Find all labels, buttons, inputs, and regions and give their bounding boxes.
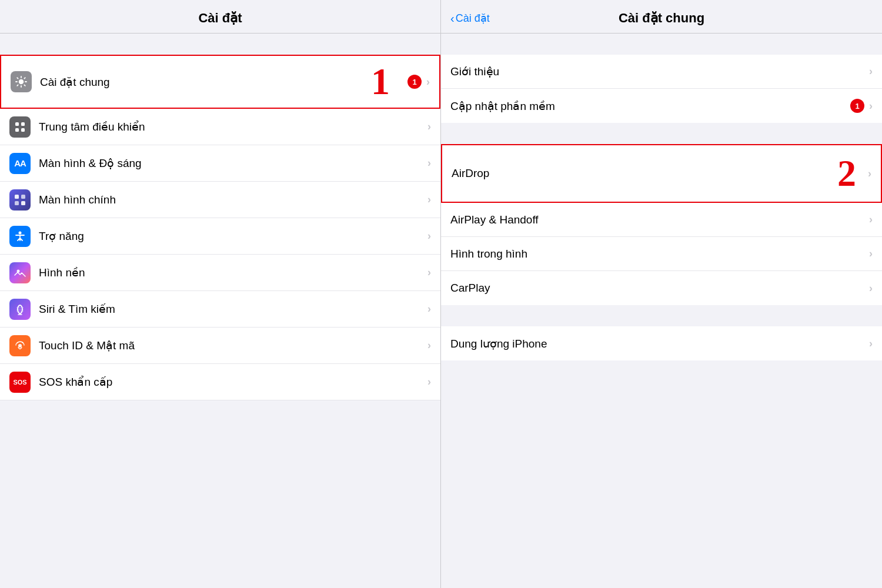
settings-item-display[interactable]: AA Màn hình & Độ sáng ›: [0, 145, 440, 182]
right-item-airdrop[interactable]: AirDrop 2 ›: [441, 144, 882, 203]
display-icon: AA: [9, 153, 31, 174]
siri-icon: [9, 299, 31, 320]
svg-point-0: [19, 80, 24, 84]
software-update-badge: 1: [850, 99, 864, 113]
step-label-1: 1: [371, 63, 390, 101]
svg-rect-5: [15, 195, 19, 199]
settings-item-siri[interactable]: Siri & Tìm kiếm ›: [0, 291, 440, 328]
storage-chevron: ›: [869, 338, 873, 350]
settings-item-sos[interactable]: SOS SOS khẩn cấp ›: [0, 364, 440, 400]
settings-item-control-center[interactable]: Trung tâm điều khiển ›: [0, 109, 440, 145]
siri-label: Siri & Tìm kiếm: [39, 302, 427, 316]
settings-item-wallpaper[interactable]: Hình nền ›: [0, 255, 440, 291]
wallpaper-chevron: ›: [427, 266, 431, 279]
right-item-carplay[interactable]: CarPlay ›: [441, 271, 882, 305]
svg-rect-6: [21, 195, 25, 199]
right-group-spacer-1: [441, 34, 882, 55]
general-chevron: ›: [426, 76, 430, 88]
right-panel-header: ‹ Cài đặt Cài đặt chung: [441, 0, 882, 34]
settings-item-general[interactable]: Cài đặt chung 1 1 ›: [0, 55, 440, 109]
airplay-label: AirPlay & Handoff: [450, 213, 869, 226]
airplay-chevron: ›: [869, 213, 873, 226]
airdrop-chevron: ›: [868, 168, 871, 180]
back-chevron-icon: ‹: [450, 12, 455, 25]
storage-label: Dung lượng iPhone: [450, 337, 869, 350]
control-center-icon: [9, 116, 31, 138]
about-chevron: ›: [869, 65, 873, 78]
left-settings-list: Cài đặt chung 1 1 › Trung tâm điều khiển…: [0, 55, 440, 588]
display-label: Màn hình & Độ sáng: [39, 156, 427, 170]
svg-rect-7: [15, 201, 19, 205]
software-update-chevron: ›: [869, 100, 873, 112]
control-center-label: Trung tâm điều khiển: [39, 120, 427, 133]
pip-label: Hình trong hình: [450, 248, 869, 260]
settings-item-home-screen[interactable]: Màn hình chính ›: [0, 182, 440, 218]
software-update-label: Cập nhật phần mềm: [450, 99, 850, 113]
about-label: Giới thiệu: [450, 65, 869, 78]
right-group-gap-2: [441, 123, 882, 144]
general-icon: [11, 71, 32, 92]
svg-rect-1: [15, 122, 19, 126]
right-item-storage[interactable]: Dung lượng iPhone ›: [441, 326, 882, 360]
svg-point-9: [19, 231, 22, 234]
control-center-chevron: ›: [427, 121, 431, 133]
right-panel: ‹ Cài đặt Cài đặt chung Giới thiệu › Cập…: [441, 0, 882, 588]
accessibility-icon: [9, 226, 31, 247]
right-group-2: AirDrop 2 › AirPlay & Handoff › Hình tro…: [441, 144, 882, 305]
settings-item-touch-id[interactable]: Touch ID & Mật mã ›: [0, 328, 440, 364]
touch-id-chevron: ›: [427, 339, 431, 352]
back-label: Cài đặt: [456, 12, 490, 25]
general-label: Cài đặt chung: [40, 75, 371, 89]
back-button[interactable]: ‹ Cài đặt: [450, 12, 490, 25]
right-panel-title: Cài đặt chung: [619, 11, 704, 26]
siri-chevron: ›: [427, 303, 431, 315]
settings-item-accessibility[interactable]: Trợ năng ›: [0, 218, 440, 255]
svg-rect-2: [21, 122, 25, 126]
home-screen-label: Màn hình chính: [39, 193, 427, 206]
svg-rect-4: [21, 128, 25, 132]
right-group-1: Giới thiệu › Cập nhật phần mềm 1 ›: [441, 55, 882, 123]
sos-icon: SOS: [9, 372, 31, 393]
sos-label: SOS khẩn cấp: [39, 375, 427, 389]
left-panel-header: Cài đặt: [0, 0, 440, 34]
pip-chevron: ›: [869, 248, 873, 260]
wallpaper-icon: [9, 262, 31, 283]
left-group-spacer: [0, 34, 440, 55]
carplay-label: CarPlay: [450, 282, 869, 295]
accessibility-label: Trợ năng: [39, 229, 427, 243]
right-group-3: Dung lượng iPhone ›: [441, 326, 882, 360]
home-screen-chevron: ›: [427, 193, 431, 206]
carplay-chevron: ›: [869, 282, 873, 295]
wallpaper-label: Hình nền: [39, 266, 427, 279]
right-item-pip[interactable]: Hình trong hình ›: [441, 237, 882, 271]
home-screen-icon: [9, 189, 31, 211]
right-group-gap-3: [441, 305, 882, 326]
general-badge: 1: [407, 75, 422, 89]
svg-rect-3: [15, 128, 19, 132]
svg-rect-8: [21, 201, 25, 205]
right-item-about[interactable]: Giới thiệu ›: [441, 55, 882, 89]
step-label-2: 2: [837, 155, 856, 192]
touch-id-label: Touch ID & Mật mã: [39, 339, 427, 352]
airdrop-label: AirDrop: [452, 167, 837, 180]
right-item-software-update[interactable]: Cập nhật phần mềm 1 ›: [441, 89, 882, 123]
svg-point-12: [18, 344, 22, 348]
left-panel: Cài đặt Cài đặt chung 1 1 ›: [0, 0, 441, 588]
touch-id-icon: [9, 335, 31, 356]
display-chevron: ›: [427, 157, 431, 169]
right-item-airplay[interactable]: AirPlay & Handoff ›: [441, 203, 882, 237]
accessibility-chevron: ›: [427, 230, 431, 242]
sos-chevron: ›: [427, 376, 431, 388]
